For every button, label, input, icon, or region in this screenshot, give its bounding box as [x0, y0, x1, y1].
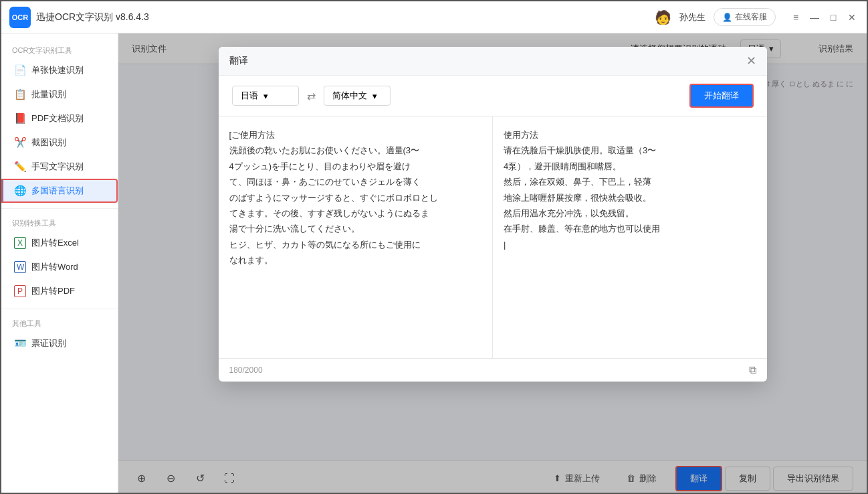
- sidebar-item-pdf-label: PDF文档识别: [31, 112, 84, 125]
- sidebar-item-screenshot[interactable]: ✂️ 截图识别: [1, 131, 118, 155]
- title-bar: OCR 迅捷OCR文字识别 v8.6.4.3 🧑 孙先生 👤 在线客服 ≡ — …: [1, 1, 867, 33]
- content-area: 识别文件 请选择您想要识别的语种： 日语 ▾ 识别结果 ～ ut 厚く ロとし …: [118, 33, 867, 494]
- sidebar-item-screenshot-label: 截图识别: [31, 137, 66, 149]
- modal-target-lang-chevron: ▾: [372, 91, 377, 101]
- sidebar-item-excel[interactable]: X 图片转Excel: [1, 231, 118, 255]
- modal-char-count: 180/2000: [229, 365, 263, 375]
- sidebar-divider-1: [1, 208, 118, 209]
- multilang-icon: 🌐: [14, 185, 26, 197]
- modal-close-button[interactable]: ✕: [746, 55, 756, 67]
- modal-source-lang-select[interactable]: 日语 ▾: [232, 86, 299, 106]
- modal-source-panel: [ご使用方法 洗顔後の乾いたお肌にお使いください。適量(3〜 4プッシュ)を手に…: [219, 116, 494, 358]
- sidebar-item-batch-label: 批量识别: [31, 88, 66, 100]
- user-name: 孙先生: [679, 11, 706, 23]
- sidebar-item-handwrite-label: 手写文字识别: [31, 161, 84, 173]
- sidebar-item-ticket-label: 票证识别: [31, 337, 66, 349]
- modal-swap-icon[interactable]: ⇄: [307, 90, 316, 102]
- modal-source-lang-chevron: ▾: [263, 91, 268, 101]
- sidebar-item-pdf[interactable]: 📕 PDF文档识别: [1, 106, 118, 131]
- screenshot-icon: ✂️: [14, 137, 26, 149]
- ticket-icon: 🪪: [14, 337, 26, 349]
- logo-icon: OCR: [9, 7, 31, 28]
- sidebar-item-single[interactable]: 📄 单张快速识别: [1, 58, 118, 82]
- sidebar-item-single-label: 单张快速识别: [31, 64, 84, 76]
- modal-target-text: 使用方法 请在洗脸后干燥肌肤使用。取适量（3〜 4泵），避开眼睛周围和嘴唇。 然…: [504, 127, 756, 252]
- sidebar-section-convert-label: 识别转换工具: [1, 214, 118, 231]
- modal-toolbar: 日语 ▾ ⇄ 简体中文 ▾ 开始翻译: [219, 76, 767, 116]
- title-bar-right: 🧑 孙先生 👤 在线客服 ≡ — □ ✕: [655, 8, 859, 26]
- sidebar-section-ocr-label: OCR文字识别工具: [1, 42, 118, 58]
- sidebar: OCR文字识别工具 📄 单张快速识别 📋 批量识别 📕 PDF文档识别 ✂️ 截…: [1, 33, 118, 494]
- batch-icon: 📋: [14, 88, 26, 100]
- sidebar-item-handwrite[interactable]: ✏️ 手写文字识别: [1, 155, 118, 179]
- modal-footer: 180/2000 ⧉: [219, 358, 767, 382]
- sidebar-item-multilang[interactable]: 🌐 多国语言识别: [1, 179, 118, 203]
- window-controls: ≡ — □ ✕: [789, 11, 859, 24]
- modal-target-lang-value: 简体中文: [332, 90, 367, 102]
- person-icon: 👤: [722, 13, 732, 22]
- handwrite-icon: ✏️: [14, 161, 26, 173]
- file-icon: 📄: [14, 64, 26, 76]
- sidebar-item-batch[interactable]: 📋 批量识别: [1, 82, 118, 106]
- sidebar-item-pdf2[interactable]: P 图片转PDF: [1, 279, 118, 303]
- sidebar-item-excel-label: 图片转Excel: [31, 237, 79, 249]
- close-button[interactable]: ✕: [845, 11, 859, 24]
- minimize-button[interactable]: —: [808, 11, 821, 24]
- user-emoji: 🧑: [655, 9, 671, 25]
- start-translate-button[interactable]: 开始翻译: [689, 84, 754, 108]
- translate-modal: 翻译 ✕ 日语 ▾ ⇄ 简体中文 ▾ 开始翻译: [219, 47, 767, 382]
- modal-target-lang-select[interactable]: 简体中文 ▾: [324, 86, 391, 106]
- app-title: 迅捷OCR文字识别 v8.6.4.3: [36, 11, 149, 23]
- modal-copy-icon[interactable]: ⧉: [749, 364, 756, 376]
- modal-overlay: 翻译 ✕ 日语 ▾ ⇄ 简体中文 ▾ 开始翻译: [118, 33, 867, 494]
- online-service-button[interactable]: 👤 在线客服: [714, 8, 776, 26]
- modal-source-lang-value: 日语: [241, 90, 258, 102]
- pdf2-icon: P: [14, 285, 26, 297]
- maximize-button[interactable]: □: [827, 11, 840, 24]
- online-service-label: 在线客服: [735, 11, 767, 23]
- sidebar-item-multilang-label: 多国语言识别: [31, 185, 84, 197]
- menu-button[interactable]: ≡: [789, 11, 802, 24]
- sidebar-item-pdf2-label: 图片转PDF: [31, 285, 75, 297]
- sidebar-section-other-label: 其他工具: [1, 315, 118, 331]
- modal-target-panel: 使用方法 请在洗脸后干燥肌肤使用。取适量（3〜 4泵），避开眼睛周围和嘴唇。 然…: [493, 116, 767, 358]
- sidebar-item-ticket[interactable]: 🪪 票证识别: [1, 331, 118, 355]
- word-icon: W: [14, 261, 26, 273]
- excel-icon: X: [14, 237, 26, 249]
- sidebar-divider-2: [1, 309, 118, 309]
- modal-body: [ご使用方法 洗顔後の乾いたお肌にお使いください。適量(3〜 4プッシュ)を手に…: [219, 116, 767, 358]
- modal-header: 翻译 ✕: [219, 47, 767, 76]
- sidebar-item-word[interactable]: W 图片转Word: [1, 255, 118, 279]
- app-logo: OCR 迅捷OCR文字识别 v8.6.4.3: [9, 7, 149, 28]
- pdf-icon: 📕: [14, 112, 26, 125]
- modal-title: 翻译: [229, 55, 248, 67]
- sidebar-item-word-label: 图片转Word: [31, 261, 78, 273]
- main-layout: OCR文字识别工具 📄 单张快速识别 📋 批量识别 📕 PDF文档识别 ✂️ 截…: [1, 33, 867, 494]
- modal-source-text: [ご使用方法 洗顔後の乾いたお肌にお使いください。適量(3〜 4プッシュ)を手に…: [229, 127, 482, 268]
